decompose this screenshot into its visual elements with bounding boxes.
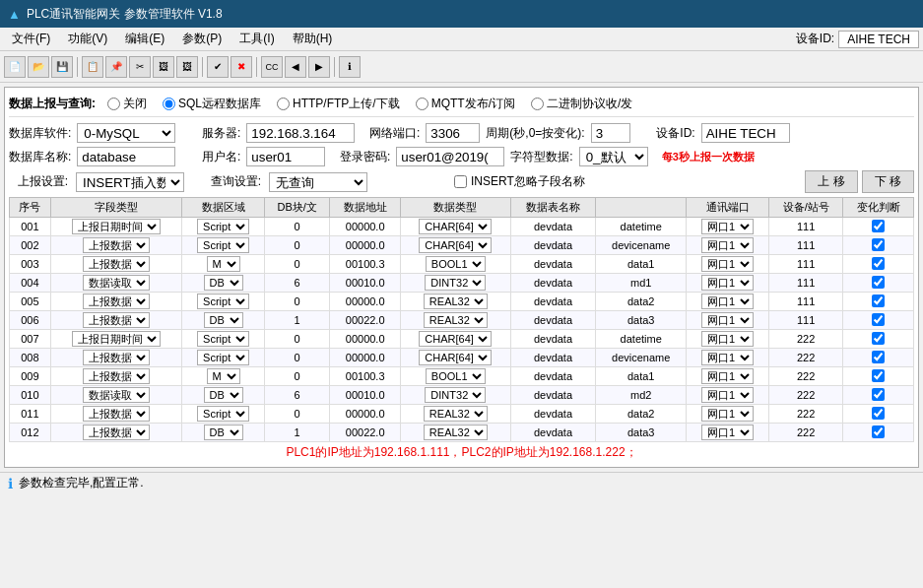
toolbar-img1[interactable]: 🖼	[153, 56, 174, 78]
cell-port[interactable]: 网口1	[687, 367, 769, 386]
cell-data-type[interactable]: BOOL1	[400, 255, 510, 274]
cell-check[interactable]	[843, 293, 914, 311]
cell-port[interactable]: 网口1	[687, 405, 769, 424]
cell-data-area[interactable]: Script	[182, 405, 265, 424]
cell-port[interactable]: 网口1	[687, 274, 769, 293]
cell-check[interactable]	[843, 218, 914, 236]
cell-port[interactable]: 网口1	[687, 330, 769, 349]
radio-sql[interactable]: SQL远程数据库	[163, 96, 261, 112]
toolbar-save[interactable]: 💾	[51, 56, 73, 78]
cell-data-area[interactable]: Script	[182, 349, 265, 367]
cell-field-type[interactable]: 上报日期时间	[50, 330, 182, 349]
cell-field-type[interactable]: 数据读取	[50, 274, 182, 293]
cell-check[interactable]	[843, 255, 914, 274]
cell-data-area[interactable]: M	[182, 367, 265, 386]
cell-check[interactable]	[843, 349, 914, 367]
cell-check[interactable]	[843, 330, 914, 349]
cell-data-type[interactable]: DINT32	[400, 386, 510, 405]
cell-check[interactable]	[843, 311, 914, 330]
cell-data-type[interactable]: REAL32	[400, 405, 510, 424]
dbname-input[interactable]	[77, 147, 175, 166]
menu-tools[interactable]: 工具(I)	[231, 29, 282, 49]
move-down-button[interactable]: 下 移	[862, 170, 914, 193]
cell-data-type[interactable]: REAL32	[400, 293, 510, 311]
menu-help[interactable]: 帮助(H)	[285, 29, 341, 49]
toolbar-copy[interactable]: 📋	[82, 56, 103, 78]
toolbar-open[interactable]: 📂	[28, 56, 49, 78]
toolbar-cut[interactable]: ✂	[129, 56, 151, 78]
user-input[interactable]	[246, 147, 325, 166]
cell-field-type[interactable]: 上报数据	[50, 255, 182, 274]
cycle-input[interactable]	[591, 123, 630, 143]
cell-port[interactable]: 网口1	[687, 424, 769, 442]
menu-file[interactable]: 文件(F)	[4, 29, 58, 49]
port-input[interactable]	[426, 123, 480, 143]
cell-check[interactable]	[843, 386, 914, 405]
server-input[interactable]	[246, 123, 355, 143]
cell-data-type[interactable]: CHAR[64]	[400, 236, 510, 255]
cell-check[interactable]	[843, 236, 914, 255]
cell-data-area[interactable]: Script	[182, 330, 265, 349]
cell-port[interactable]: 网口1	[687, 255, 769, 274]
cell-data-area[interactable]: DB	[182, 424, 265, 442]
menu-params[interactable]: 参数(P)	[174, 29, 230, 49]
cell-port[interactable]: 网口1	[687, 293, 769, 311]
cell-field-type[interactable]: 上报数据	[50, 311, 182, 330]
toolbar-paste[interactable]: 📌	[105, 56, 127, 78]
menu-function[interactable]: 功能(V)	[60, 29, 115, 49]
toolbar-new[interactable]: 📄	[4, 56, 26, 78]
cell-port[interactable]: 网口1	[687, 349, 769, 367]
cycle-label: 周期(秒,0=按变化):	[486, 125, 584, 142]
chartype-select[interactable]: 0_默认	[579, 147, 648, 166]
cell-check[interactable]	[843, 367, 914, 386]
cell-check[interactable]	[843, 405, 914, 424]
cell-data-area[interactable]: M	[182, 255, 265, 274]
cell-data-type[interactable]: CHAR[64]	[400, 349, 510, 367]
radio-http[interactable]: HTTP/FTP上传/下载	[277, 96, 400, 112]
cell-field-type[interactable]: 数据读取	[50, 386, 182, 405]
move-up-button[interactable]: 上 移	[805, 170, 857, 193]
cell-data-type[interactable]: CHAR[64]	[400, 330, 510, 349]
cell-field-type[interactable]: 上报数据	[50, 367, 182, 386]
toolbar-prev[interactable]: ◀	[285, 56, 306, 78]
cell-field-type[interactable]: 上报数据	[50, 405, 182, 424]
radio-close[interactable]: 关闭	[107, 96, 147, 112]
toolbar-x[interactable]: ✖	[231, 56, 252, 78]
cell-port[interactable]: 网口1	[687, 218, 769, 236]
cell-field-type[interactable]: 上报数据	[50, 349, 182, 367]
cell-field-type[interactable]: 上报数据	[50, 424, 182, 442]
radio-mqtt[interactable]: MQTT发布/订阅	[416, 96, 515, 112]
cell-field-type[interactable]: 上报数据	[50, 293, 182, 311]
upload-select[interactable]: INSERT插入数据	[76, 172, 184, 192]
cell-data-area[interactable]: DB	[182, 386, 265, 405]
cell-data-area[interactable]: Script	[182, 293, 265, 311]
cell-check[interactable]	[843, 274, 914, 293]
toolbar-cc[interactable]: CC	[261, 56, 283, 78]
software-select[interactable]: 0-MySQL	[77, 123, 175, 143]
cell-data-type[interactable]: REAL32	[400, 424, 510, 442]
radio-binary[interactable]: 二进制协议收/发	[531, 96, 632, 112]
cell-port[interactable]: 网口1	[687, 311, 769, 330]
cell-field-type[interactable]: 上报日期时间	[50, 218, 182, 236]
cell-check[interactable]	[843, 424, 914, 442]
toolbar-img2[interactable]: 🖼	[176, 56, 198, 78]
cell-data-area[interactable]: DB	[182, 311, 265, 330]
cell-port[interactable]: 网口1	[687, 236, 769, 255]
cell-data-area[interactable]: Script	[182, 218, 265, 236]
deviceid-input[interactable]	[701, 123, 790, 143]
password-input[interactable]	[396, 147, 504, 166]
cell-data-type[interactable]: BOOL1	[400, 367, 510, 386]
cell-data-type[interactable]: REAL32	[400, 311, 510, 330]
cell-port[interactable]: 网口1	[687, 386, 769, 405]
toolbar-check[interactable]: ✔	[207, 56, 229, 78]
cell-data-area[interactable]: DB	[182, 274, 265, 293]
toolbar-next[interactable]: ▶	[308, 56, 330, 78]
cell-field-type[interactable]: 上报数据	[50, 236, 182, 255]
insert-ignore-checkbox[interactable]	[454, 175, 467, 188]
cell-data-type[interactable]: DINT32	[400, 274, 510, 293]
cell-data-area[interactable]: Script	[182, 236, 265, 255]
cell-data-type[interactable]: CHAR[64]	[400, 218, 510, 236]
menu-edit[interactable]: 编辑(E)	[117, 29, 172, 49]
toolbar-info[interactable]: ℹ	[339, 56, 361, 78]
query-select[interactable]: 无查询	[269, 172, 367, 192]
